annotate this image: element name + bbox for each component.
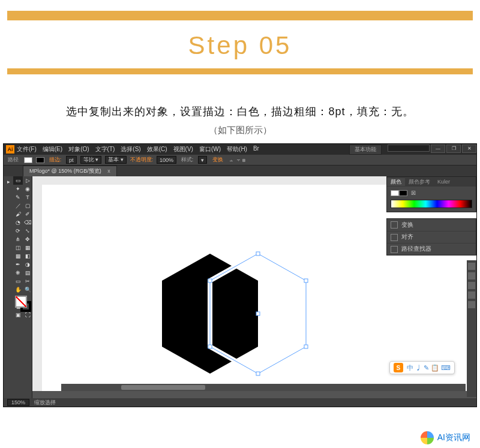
toolbox: ▭ ▷ ✦ ◉ ✎ T ／ ▢ 🖌 ✐ ◔ ⌫ ⟳ ⤡ ⋔ ✥ ◫ ▦ ▩ ◧ …	[13, 176, 32, 399]
bottom-accent-bar	[7, 68, 473, 74]
color-spectrum-ramp[interactable]	[391, 200, 472, 208]
rectangle-tool-icon[interactable]: ▢	[23, 202, 32, 210]
dock-panel-icon[interactable]	[468, 263, 475, 270]
ime-toolbar[interactable]: S 中 ♩ ✎ 📋 ⌨	[389, 361, 455, 374]
dock-panel-icon[interactable]	[468, 291, 475, 299]
menubar: 文件(F) 编辑(E) 对象(O) 文字(T) 选择(S) 效果(C) 视图(V…	[17, 145, 349, 154]
menu-type[interactable]: 文字(T)	[95, 145, 115, 154]
opt-selection: 路径	[6, 156, 20, 164]
fill-none-swatch-icon[interactable]	[16, 296, 26, 307]
color-guide-tab[interactable]: 颜色参考	[405, 178, 434, 186]
zoom-tool-icon[interactable]: 🔍	[23, 285, 32, 294]
width-tool-icon[interactable]: ⋔	[13, 235, 23, 243]
pathfinder-icon	[391, 246, 398, 253]
color-panel-fill-swatch[interactable]	[391, 190, 399, 196]
color-tab[interactable]: 颜色	[387, 178, 405, 186]
opt-fill-swatch[interactable]	[24, 157, 32, 163]
magic-wand-tool-icon[interactable]: ✦	[13, 185, 23, 193]
symbol-sprayer-tool-icon[interactable]: ❋	[13, 269, 23, 277]
pen-tool-icon[interactable]: ✎	[13, 193, 23, 202]
align-row[interactable]: 对齐	[387, 231, 476, 243]
watermark-right: AI资讯网	[421, 431, 470, 444]
scale-tool-icon[interactable]: ⤡	[23, 227, 32, 235]
canvas-area[interactable]: 颜色 颜色参考 Kuler ☒ 变换 对齐	[32, 176, 476, 399]
properties-panel[interactable]: 变换 对齐 路径查找器	[386, 218, 476, 255]
dock-panel-icon[interactable]	[468, 282, 475, 289]
opt-style2-label: 样式:	[180, 156, 194, 164]
help-search-input[interactable]	[388, 145, 430, 152]
panel-dock	[467, 260, 476, 397]
opt-stroke-weight[interactable]: pt	[66, 156, 77, 164]
slice-tool-icon[interactable]: ✂	[23, 277, 32, 285]
svg-rect-6	[304, 345, 308, 348]
step-title: Step 05	[0, 31, 480, 60]
graph-tool-icon[interactable]: ▤	[23, 269, 32, 277]
zoom-level[interactable]: 150%	[7, 399, 29, 406]
titlebar: Ai 文件(F) 编辑(E) 对象(O) 文字(T) 选择(S) 效果(C) 视…	[4, 144, 476, 155]
horizontal-scrollbar[interactable]	[61, 384, 466, 391]
window-close-button[interactable]: ✕	[462, 145, 476, 153]
menu-select[interactable]: 选择(S)	[121, 145, 140, 154]
shape-builder-tool-icon[interactable]: ◫	[13, 243, 23, 252]
color-panel-stroke-swatch[interactable]	[399, 190, 407, 196]
opt-brush-def[interactable]: 等比 ▾	[80, 156, 102, 164]
top-accent-bar	[7, 11, 473, 20]
toolbox-collapse-arrow-icon[interactable]: ▸	[4, 178, 13, 185]
blob-brush-tool-icon[interactable]: ◔	[13, 218, 23, 227]
menu-effect[interactable]: 效果(C)	[147, 145, 167, 154]
eraser-tool-icon[interactable]: ⌫	[23, 218, 32, 227]
direct-selection-tool-icon[interactable]: ▷	[23, 176, 32, 185]
gradient-tool-icon[interactable]: ◧	[23, 252, 32, 260]
document-tab-label: MPlogo* @ 150% (RGB/预览)	[29, 168, 101, 174]
ime-indicator-icons[interactable]: 中 ♩ ✎ 📋 ⌨	[407, 363, 451, 372]
opt-opacity-value[interactable]: 100%	[157, 156, 176, 164]
workspace-switcher[interactable]: 基本功能	[349, 145, 382, 155]
menu-edit[interactable]: 编辑(E)	[43, 145, 62, 154]
rotate-tool-icon[interactable]: ⟳	[13, 227, 23, 235]
mesh-tool-icon[interactable]: ▩	[13, 252, 23, 260]
right-panels-stack: 颜色 颜色参考 Kuler ☒ 变换 对齐	[386, 176, 476, 255]
instruction-text: 选中复制出来的对象，设置描边：白色，描边粗细：8pt，填充：无。	[0, 104, 480, 119]
document-tabs-row: MPlogo* @ 150% (RGB/预览) x	[4, 166, 476, 176]
opt-style-def[interactable]: 基本 ▾	[105, 156, 127, 164]
opt-stroke-swatch[interactable]	[36, 157, 44, 163]
opt-transform-label[interactable]: 变换	[211, 156, 225, 164]
workspace-body: ▸ ▭ ▷ ✦ ◉ ✎ T ／ ▢ 🖌 ✐ ◔ ⌫ ⟳ ⤡ ⋔ ✥ ◫ ▦ ▩ …	[4, 176, 476, 399]
eyedropper-tool-icon[interactable]: ✒	[13, 260, 23, 269]
menu-window[interactable]: 窗口(W)	[199, 145, 221, 154]
menu-view[interactable]: 视图(V)	[173, 145, 193, 154]
fill-stroke-indicator[interactable]	[13, 294, 32, 315]
pathfinder-row[interactable]: 路径查找器	[387, 243, 476, 255]
transform-row[interactable]: 变换	[387, 219, 476, 231]
free-transform-tool-icon[interactable]: ✥	[23, 235, 32, 243]
document-tab-close-icon[interactable]: x	[107, 168, 110, 174]
line-tool-icon[interactable]: ／	[13, 202, 23, 210]
document-tab[interactable]: MPlogo* @ 150% (RGB/预览) x	[23, 166, 117, 176]
status-bar: 150% 缩放选择	[4, 398, 476, 407]
selection-tool-icon[interactable]: ▭	[13, 176, 23, 185]
window-maximize-button[interactable]: ❐	[446, 145, 461, 153]
color-none-icon[interactable]: ☒	[411, 190, 416, 196]
hand-tool-icon[interactable]: ✋	[13, 285, 23, 294]
dock-panel-icon[interactable]	[468, 301, 475, 308]
app-logo-icon: Ai	[6, 145, 14, 154]
menu-file[interactable]: 文件(F)	[17, 145, 37, 154]
toolbox-collapse-col: ▸	[4, 176, 13, 399]
opt-style2-value[interactable]: ▾	[198, 156, 207, 164]
window-minimize-button[interactable]: —	[431, 145, 445, 153]
type-tool-icon[interactable]: T	[23, 193, 32, 202]
menu-bridge[interactable]: Br	[253, 145, 259, 154]
kuler-tab[interactable]: Kuler	[434, 179, 454, 185]
pencil-tool-icon[interactable]: ✐	[23, 210, 32, 218]
menu-object[interactable]: 对象(O)	[68, 145, 89, 154]
menu-help[interactable]: 帮助(H)	[227, 145, 247, 154]
blend-tool-icon[interactable]: ◑	[23, 260, 32, 269]
opt-align-icons[interactable]: ⫠ ⫟ ⊞	[229, 157, 245, 163]
perspective-tool-icon[interactable]: ▦	[23, 243, 32, 252]
color-panel[interactable]: 颜色 颜色参考 Kuler ☒	[386, 176, 476, 212]
paintbrush-tool-icon[interactable]: 🖌	[13, 210, 23, 218]
lasso-tool-icon[interactable]: ◉	[23, 185, 32, 193]
transform-icon	[391, 221, 398, 228]
artboard-tool-icon[interactable]: ▭	[13, 277, 23, 285]
dock-panel-icon[interactable]	[468, 272, 475, 279]
